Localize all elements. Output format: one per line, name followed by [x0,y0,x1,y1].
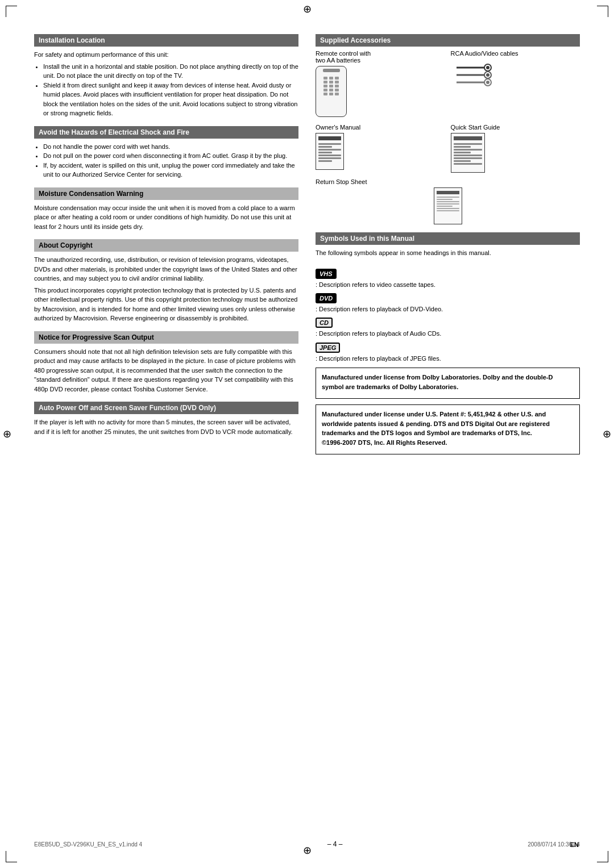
moisture-header: Moisture Condensation Warning [34,187,298,200]
progressive-section: Notice for Progressive Scan Output Consu… [34,331,298,394]
copyright-para-2: This product incorporates copyright prot… [34,286,298,323]
rca-image [451,59,499,90]
auto-power-section: Auto Power Off and Screen Saver Function… [34,402,298,436]
symbol-jpeg-row: JPEG : Description refers to playback of… [316,341,580,363]
vhs-badge: VHS [316,269,337,279]
manual-label: Owner's Manual [316,124,360,131]
sheet-icon [434,187,462,224]
accessory-manual: Owner's Manual [316,124,445,174]
cd-desc: : Description refers to playback of Audi… [316,330,441,337]
list-item: Install the unit in a horizontal and sta… [43,62,298,81]
remote-buttons [323,77,339,95]
page-footer: E8EB5UD_SD-V296KU_EN_ES_v1.indd 4 – 4 – … [0,840,614,848]
manual-icon [316,133,344,170]
remote-image [316,66,347,117]
symbols-section: Symbols Used in this Manual The followin… [316,232,580,454]
shock-fire-section: Avoid the Hazards of Electrical Shock an… [34,126,298,180]
accessories-header: Supplied Accessories [316,34,580,47]
guide-icon [451,133,485,173]
shock-fire-list: Do not handle the power cord with wet ha… [43,142,298,180]
moisture-text: Moisture condensation may occur inside t… [34,203,298,232]
installation-intro: For safety and optimum performance of th… [34,50,298,60]
svg-point-8 [486,81,489,84]
center-mark-right: ⊕ [603,428,611,440]
reg-mark-bottom-right [597,851,608,862]
accessory-rca: RCA Audio/Video cables [451,50,580,118]
installation-header: Installation Location [34,34,298,47]
accessory-return-sheet: Return Stop Sheet [316,178,580,224]
copyright-para-1: The unauthorized recording, use, distrib… [34,255,298,283]
accessory-guide: Quick Start Guide [451,124,580,174]
progressive-text: Consumers should note that not all high … [34,347,298,394]
jpeg-badge: JPEG [316,343,340,353]
progressive-header: Notice for Progressive Scan Output [34,331,298,344]
page-number: – 4 – [327,840,343,848]
list-item: Shield it from direct sunlight and keep … [43,81,298,118]
jpeg-desc: : Description refers to playback of JPEG… [316,355,441,362]
guide-image [451,133,485,173]
reg-mark-top-left [6,6,17,17]
dts-text: Manufactured under license under U.S. Pa… [322,410,574,447]
auto-power-header: Auto Power Off and Screen Saver Function… [34,402,298,414]
guide-label: Quick Start Guide [451,124,500,131]
accessories-section: Supplied Accessories Remote control with… [316,34,580,224]
list-item: If, by accident, water is spilled on thi… [43,161,298,180]
dvd-desc: : Description refers to playback of DVD-… [316,306,443,312]
symbols-intro: The following symbols appear in some hea… [316,248,580,258]
list-item: Do not pull on the power cord when disco… [43,151,298,161]
symbol-dvd-row: DVD : Description refers to playback of … [316,291,580,314]
remote-label: Remote control withtwo AA batteries [316,50,371,64]
page: ⊕ ⊕ ⊕ ⊕ Installation Location For safety… [0,0,614,868]
right-column: Supplied Accessories Remote control with… [316,34,580,462]
remote-icon [316,66,347,117]
main-content: Installation Location For safety and opt… [34,34,580,462]
sheet-label: Return Stop Sheet [316,178,580,185]
rca-label: RCA Audio/Video cables [451,50,518,57]
cd-badge: CD [316,318,333,328]
dolby-notice: Manufactured under license from Dolby La… [316,368,580,399]
copyright-section: About Copyright The unauthorized recordi… [34,239,298,323]
remote-top [323,69,340,72]
symbols-header: Symbols Used in this Manual [316,232,580,245]
installation-list: Install the unit in a horizontal and sta… [43,62,298,118]
installation-section: Installation Location For safety and opt… [34,34,298,118]
accessory-remote: Remote control withtwo AA batteries [316,50,445,118]
svg-point-2 [486,66,489,69]
list-item: Do not handle the power cord with wet ha… [43,142,298,152]
reg-mark-top-right [597,6,608,17]
symbol-vhs-row: VHS : Description refers to video casset… [316,267,580,289]
symbol-cd-row: CD : Description refers to playback of A… [316,316,580,338]
dolby-text: Manufactured under license from Dolby La… [322,373,574,391]
rca-icon [451,59,499,90]
copyright-header: About Copyright [34,239,298,252]
moisture-section: Moisture Condensation Warning Moisture c… [34,187,298,232]
auto-power-text: If the player is left with no activity f… [34,418,298,436]
sheet-image [316,187,580,224]
footer-file: E8EB5UD_SD-V296KU_EN_ES_v1.indd 4 [34,841,142,848]
dts-notice: Manufactured under license under U.S. Pa… [316,404,580,454]
dvd-badge: DVD [316,293,337,303]
page-lang: EN [570,841,579,848]
manual-image [316,133,344,170]
accessories-grid: Remote control withtwo AA batteries [316,50,580,174]
center-mark-left: ⊕ [3,428,11,440]
shock-fire-header: Avoid the Hazards of Electrical Shock an… [34,126,298,139]
vhs-desc: : Description refers to video cassette t… [316,281,435,288]
reg-mark-bottom-left [6,851,17,862]
center-mark-top: ⊕ [303,3,312,15]
svg-point-5 [486,73,489,77]
left-column: Installation Location For safety and opt… [34,34,298,462]
